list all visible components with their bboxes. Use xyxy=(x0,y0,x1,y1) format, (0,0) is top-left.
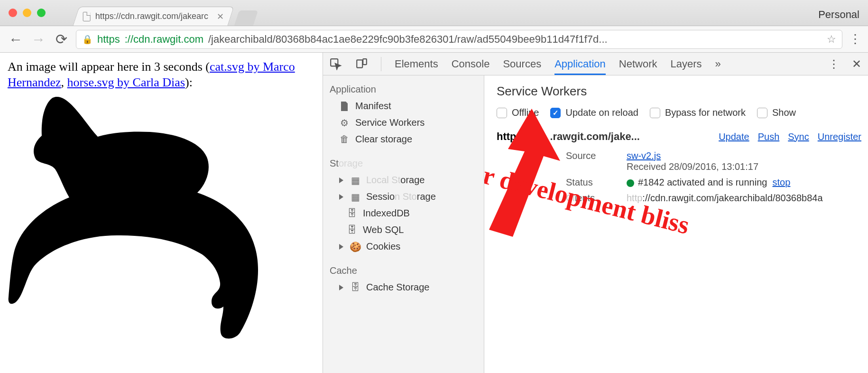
profile-label[interactable]: Personal xyxy=(818,9,859,21)
checkbox-show-all[interactable]: Show xyxy=(757,107,796,118)
panel-title: Service Workers xyxy=(497,84,861,99)
sidebar-item-session-storage[interactable]: ▦Session Storage xyxy=(323,188,484,205)
cookie-icon: 🍪 xyxy=(350,242,360,252)
lock-icon: 🔒 xyxy=(82,34,92,45)
page-text-sep: , xyxy=(61,75,67,89)
link-push[interactable]: Push xyxy=(758,131,780,142)
sidebar-heading-cache: Cache xyxy=(323,261,484,279)
browser-tabstrip: https://cdn.rawgit.com/jakearc ✕ Persona… xyxy=(0,0,868,26)
browser-tab[interactable]: https://cdn.rawgit.com/jakearc ✕ xyxy=(73,7,234,26)
chevron-right-icon xyxy=(339,244,343,250)
url-scheme: https xyxy=(97,33,120,46)
label-status: Status xyxy=(566,177,618,188)
sidebar-item-local-storage[interactable]: ▦Local Storage xyxy=(323,172,484,188)
address-bar[interactable]: 🔒 https://cdn.rawgit.com/jakearchibald/8… xyxy=(76,30,842,49)
sidebar-item-websql[interactable]: 🗄Web SQL xyxy=(323,222,484,238)
link-update[interactable]: Update xyxy=(719,131,749,142)
trash-icon: 🗑 xyxy=(339,134,350,145)
link-unregister[interactable]: Unregister xyxy=(818,131,861,142)
sidebar-heading-storage: Storage xyxy=(323,154,484,172)
sw-origin: https://cdn.rawgit.com/jake... xyxy=(497,131,640,143)
tab-sources[interactable]: Sources xyxy=(503,53,541,75)
devtools-menu-icon[interactable]: ⋮ xyxy=(828,57,840,71)
link-sync[interactable]: Sync xyxy=(788,131,809,142)
forward-button[interactable]: → xyxy=(30,31,46,47)
sidebar-item-cookies[interactable]: 🍪Cookies xyxy=(323,238,484,255)
maximize-window-icon[interactable] xyxy=(37,9,46,17)
device-toolbar-icon[interactable] xyxy=(355,58,368,70)
checkbox-bypass-for-network[interactable]: Bypass for network xyxy=(650,107,746,118)
svg-rect-1 xyxy=(357,60,362,67)
file-icon xyxy=(83,12,91,21)
text-status: #1842 activated and is running xyxy=(638,177,767,187)
page-text-post: ): xyxy=(185,75,193,89)
bookmark-star-icon[interactable]: ☆ xyxy=(827,33,836,46)
tab-console[interactable]: Console xyxy=(452,53,490,75)
close-window-icon[interactable] xyxy=(9,9,17,17)
minimize-window-icon[interactable] xyxy=(23,9,31,17)
page-text-pre: An image will appear here in 3 seconds ( xyxy=(8,60,210,74)
close-tab-icon[interactable]: ✕ xyxy=(217,11,224,22)
url-host: ://cdn.rawgit.com xyxy=(125,33,203,46)
rendered-page: An image will appear here in 3 seconds (… xyxy=(0,53,323,373)
window-traffic-lights xyxy=(9,9,46,17)
status-dot-icon xyxy=(627,179,634,187)
sidebar-heading-application: Application xyxy=(323,80,484,98)
database-icon: 🗄 xyxy=(350,282,360,293)
text-clients: http://cdn.rawgit.com/jakearchibald/8036… xyxy=(627,193,861,204)
tab-layers[interactable]: Layers xyxy=(670,53,702,75)
chevron-right-icon xyxy=(339,177,343,183)
back-button[interactable]: ← xyxy=(8,31,24,47)
label-clients: Clients xyxy=(566,193,618,204)
url-path: /jakearchibald/80368b84ac1ae8e229fc90b3f… xyxy=(208,33,608,46)
checkbox-offline[interactable]: Offline xyxy=(497,107,539,118)
svg-rect-2 xyxy=(363,59,367,65)
label-source: Source xyxy=(566,150,618,161)
link-horse-svg[interactable]: horse.svg by Carla Dias xyxy=(67,75,185,89)
sidebar-item-clear-storage[interactable]: 🗑Clear storage xyxy=(323,131,484,148)
sidebar-item-service-workers[interactable]: ⚙Service Workers xyxy=(323,114,484,131)
browser-menu-icon[interactable]: ⋮ xyxy=(849,32,860,47)
reload-button[interactable]: ⟳ xyxy=(53,31,69,47)
devtools-close-icon[interactable]: ✕ xyxy=(852,57,861,71)
link-stop[interactable]: stop xyxy=(773,177,791,187)
table-icon: ▦ xyxy=(350,175,360,186)
manifest-icon xyxy=(339,101,350,112)
sidebar-item-indexeddb[interactable]: 🗄IndexedDB xyxy=(323,205,484,222)
sidebar-item-manifest[interactable]: Manifest xyxy=(323,98,484,114)
tab-title: https://cdn.rawgit.com/jakearc xyxy=(95,11,208,21)
table-icon: ▦ xyxy=(350,192,360,202)
link-source-file[interactable]: sw-v2.js xyxy=(627,150,661,161)
browser-toolbar: ← → ⟳ 🔒 https://cdn.rawgit.com/jakearchi… xyxy=(0,26,868,53)
horse-image xyxy=(8,93,315,344)
devtools-tabbar: Elements Console Sources Application Net… xyxy=(323,53,868,75)
chevron-right-icon xyxy=(339,194,343,200)
chevron-right-icon xyxy=(339,285,343,290)
gear-icon: ⚙ xyxy=(339,118,350,128)
tab-network[interactable]: Network xyxy=(619,53,657,75)
database-icon: 🗄 xyxy=(347,225,357,235)
inspect-element-icon[interactable] xyxy=(330,58,342,70)
browser-viewport: An image will appear here in 3 seconds (… xyxy=(0,53,868,373)
tab-more[interactable]: » xyxy=(715,53,721,75)
application-sidebar: Application Manifest ⚙Service Workers 🗑C… xyxy=(323,75,484,373)
new-tab-button[interactable] xyxy=(234,10,258,26)
database-icon: 🗄 xyxy=(347,208,357,219)
sidebar-item-cache-storage[interactable]: 🗄Cache Storage xyxy=(323,279,484,296)
checkbox-update-on-reload[interactable]: ✓Update on reload xyxy=(550,107,638,118)
text-received: Received 28/09/2016, 13:01:17 xyxy=(627,161,758,172)
tab-application[interactable]: Application xyxy=(554,53,606,75)
service-workers-panel: Service Workers Offline ✓Update on reloa… xyxy=(484,75,868,373)
tab-elements[interactable]: Elements xyxy=(395,53,438,75)
devtools-panel: Elements Console Sources Application Net… xyxy=(323,53,868,373)
